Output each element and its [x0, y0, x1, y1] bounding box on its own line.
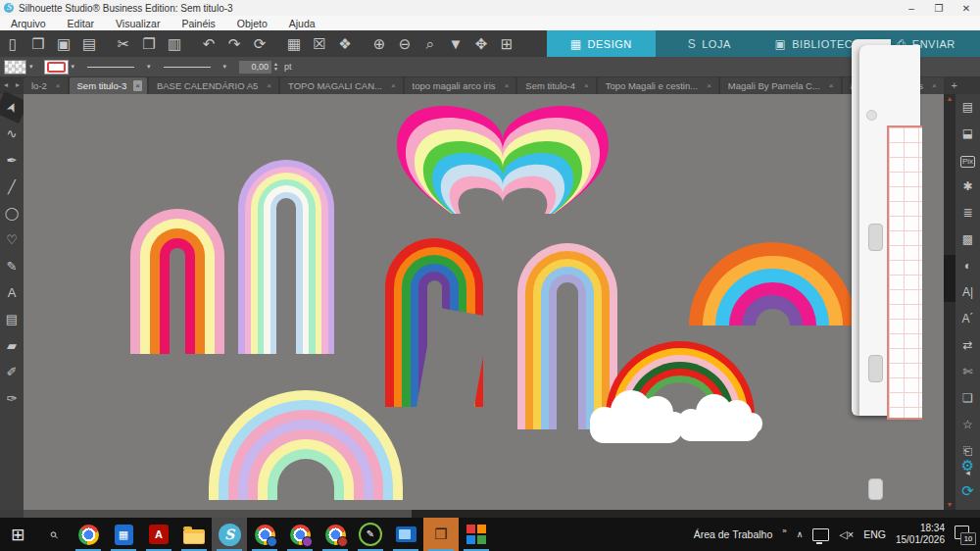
fit-to-page-icon[interactable]: ⊞ [494, 30, 519, 57]
cloud-right[interactable] [678, 394, 759, 441]
doc-tab-close-icon[interactable]: × [827, 80, 836, 91]
stroke-width-stepper[interactable]: ▲▼ [273, 62, 278, 72]
canvas[interactable] [24, 94, 944, 510]
glyph-panel[interactable]: A´ [956, 306, 980, 332]
close-button[interactable]: ✕ [953, 3, 980, 14]
doc-tab-close-icon[interactable]: × [133, 80, 142, 91]
minimize-button[interactable]: – [898, 3, 925, 14]
fill-color-panel[interactable]: ✱ [956, 174, 980, 200]
notification-center-icon[interactable]: 10 [955, 526, 974, 543]
chrome-profile2-icon[interactable] [247, 518, 282, 551]
doc-tab[interactable]: topo magali arco iris× [405, 77, 516, 94]
desktop-chevron[interactable]: » [782, 526, 786, 535]
doc-tab-close-icon[interactable]: × [503, 80, 512, 91]
arch-classic[interactable] [385, 238, 483, 407]
ellipse-tool[interactable]: ◯ [0, 200, 24, 226]
transform-panel[interactable]: ⇄ [956, 332, 980, 359]
doc-tab[interactable]: Topo Magali e cestin...× [598, 77, 718, 94]
trace-icon[interactable]: ❖ [332, 30, 358, 57]
semicircle-bright[interactable] [689, 242, 856, 326]
arch-pink-orange[interactable] [130, 209, 224, 354]
restore-button[interactable]: ❐ [925, 3, 953, 14]
menu-visualizar[interactable]: Visualizar [105, 18, 171, 29]
corner-style-arrow[interactable]: ▾ [220, 63, 230, 71]
freehand-edit-tool[interactable]: ∿ [0, 121, 24, 147]
refresh-icon[interactable]: ⟳ [247, 30, 272, 57]
fill-pattern-panel[interactable]: ▩ [956, 226, 980, 253]
scroll-down-arrow[interactable]: ▼ [944, 500, 956, 510]
paint-app-icon[interactable]: ❒ [423, 518, 459, 551]
mat-panel[interactable]: ⬓ [956, 121, 980, 147]
replicate-panel[interactable]: ❏ [956, 385, 980, 412]
copy-icon[interactable]: ❐ [136, 30, 162, 57]
line-style-dropdown[interactable] [83, 61, 144, 74]
eraser-tool[interactable]: ▰ [0, 332, 24, 359]
arch-pastel-tall[interactable] [238, 160, 334, 354]
doc-tab-close-icon[interactable]: × [389, 80, 398, 91]
zoom-out-icon[interactable]: ⊖ [392, 30, 417, 57]
doc-tab-close-icon[interactable]: × [265, 80, 273, 91]
start-button[interactable]: ⊞ [0, 518, 35, 551]
doc-tab-close-icon[interactable]: × [582, 80, 591, 91]
explorer-icon[interactable] [176, 518, 212, 551]
draw-tool[interactable]: ✎ [0, 253, 24, 279]
media-app-icon[interactable] [388, 518, 423, 551]
vertical-scrollbar-thumb[interactable] [944, 255, 956, 302]
select-all-icon[interactable]: ▦ [281, 30, 307, 57]
horizontal-scrollbar-thumb[interactable] [24, 510, 412, 518]
stroke-dropdown-arrow[interactable]: ▾ [69, 63, 78, 71]
line-style-arrow[interactable]: ▾ [144, 63, 154, 71]
page-setup-panel[interactable]: ▤ [956, 94, 980, 121]
shade-panel[interactable]: ◐ [956, 253, 980, 279]
doc-tab[interactable]: TOPO MAGALI CAN...× [280, 77, 403, 94]
stroke-swatch[interactable] [44, 60, 69, 75]
scroll-up-arrow[interactable]: ▲ [944, 94, 956, 104]
undo-icon[interactable]: ↶ [196, 30, 221, 57]
point-edit-tool[interactable]: ✒ [0, 147, 24, 174]
zoom-selection-icon[interactable]: ⌕ [417, 30, 443, 57]
deselect-icon[interactable]: ☒ [307, 30, 332, 57]
tab-scroll-right[interactable]: ▸ [12, 76, 24, 94]
sync-refresh[interactable]: ⟳ [956, 477, 980, 504]
speaker-muted-icon[interactable]: ◁× [839, 528, 854, 541]
eyedropper-tool[interactable]: ✑ [0, 385, 24, 412]
doc-tab[interactable]: lo-2× [24, 77, 68, 94]
chrome-profile3-icon[interactable] [282, 518, 318, 551]
text-tool[interactable]: A [0, 279, 24, 306]
menu-ajuda[interactable]: Ajuda [278, 18, 326, 29]
doc-tab[interactable]: Sem titulo-4× [517, 77, 595, 94]
heart-rainbow[interactable] [397, 106, 609, 214]
pastel-rainbow[interactable] [209, 390, 403, 500]
hidden-icons-arrow[interactable]: ∧ [797, 529, 804, 539]
eraser-panel[interactable]: ✄ [956, 359, 980, 385]
new-tab-button[interactable]: + [946, 77, 963, 94]
desktop-label[interactable]: Área de Trabalho [694, 528, 773, 540]
doc-tab[interactable]: Magali By Pamela C...× [720, 77, 841, 94]
pen-app-icon[interactable]: ✎ [353, 518, 388, 551]
chrome-profile4-icon[interactable] [318, 518, 353, 551]
drag-zoom-icon[interactable]: ▼ [443, 30, 468, 57]
doc-tab[interactable]: Sem titulo-3× [70, 77, 147, 94]
stroke-width-input[interactable]: 0,00 [239, 61, 271, 74]
display-network-icon[interactable] [812, 528, 829, 541]
pixscan-panel[interactable]: Pix [956, 147, 980, 174]
line-tool[interactable]: ╱ [0, 174, 24, 200]
doc-tab-close-icon[interactable]: × [54, 80, 63, 91]
zoom-in-icon[interactable]: ⊕ [367, 30, 392, 57]
cloud-left[interactable] [590, 390, 682, 443]
photos-app-icon[interactable] [459, 518, 494, 551]
offset-panel[interactable]: ☆ [956, 412, 980, 438]
acrobat-icon[interactable]: A [141, 518, 176, 551]
text-style-panel[interactable]: A| [956, 279, 980, 306]
pan-hand-icon[interactable]: ✥ [468, 30, 494, 57]
open-icon[interactable]: ❒ [25, 30, 51, 57]
vertical-scrollbar[interactable] [944, 94, 956, 510]
tab-loja[interactable]: SLOJA [656, 30, 764, 57]
chrome-icon[interactable] [71, 518, 106, 551]
search-button[interactable]: ⌕ [35, 518, 71, 551]
knife-tool[interactable]: ✐ [0, 359, 24, 385]
menu-editar[interactable]: Editar [57, 18, 105, 29]
heart-shape-tool[interactable]: ♡ [0, 226, 24, 253]
line-style-panel[interactable]: ≣ [956, 200, 980, 226]
menu-painéis[interactable]: Painéis [171, 18, 225, 29]
